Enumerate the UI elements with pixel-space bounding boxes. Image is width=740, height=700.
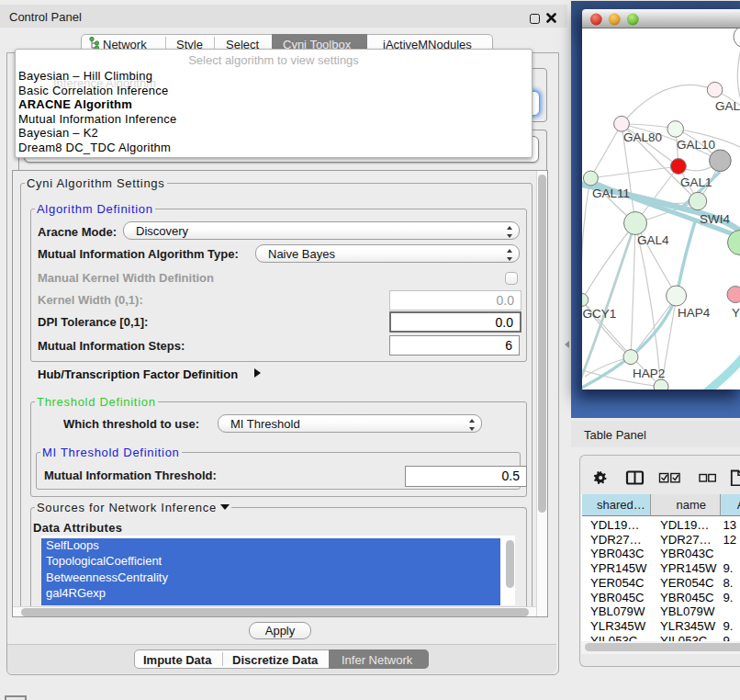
svg-text:Y: Y [732, 306, 740, 320]
svg-text:GCY1: GCY1 [583, 307, 617, 321]
svg-text:GAL7: GAL7 [715, 99, 740, 113]
svg-text:GAL10: GAL10 [677, 138, 715, 152]
svg-text:GAL1: GAL1 [680, 175, 712, 189]
svg-text:GAL4: GAL4 [637, 233, 669, 247]
svg-text:HAP2: HAP2 [633, 367, 665, 380]
svg-text:SWI4: SWI4 [700, 212, 730, 226]
svg-text:GAL80: GAL80 [623, 130, 662, 144]
svg-text:GAL11: GAL11 [592, 186, 630, 200]
svg-text:HAP4: HAP4 [678, 306, 711, 320]
